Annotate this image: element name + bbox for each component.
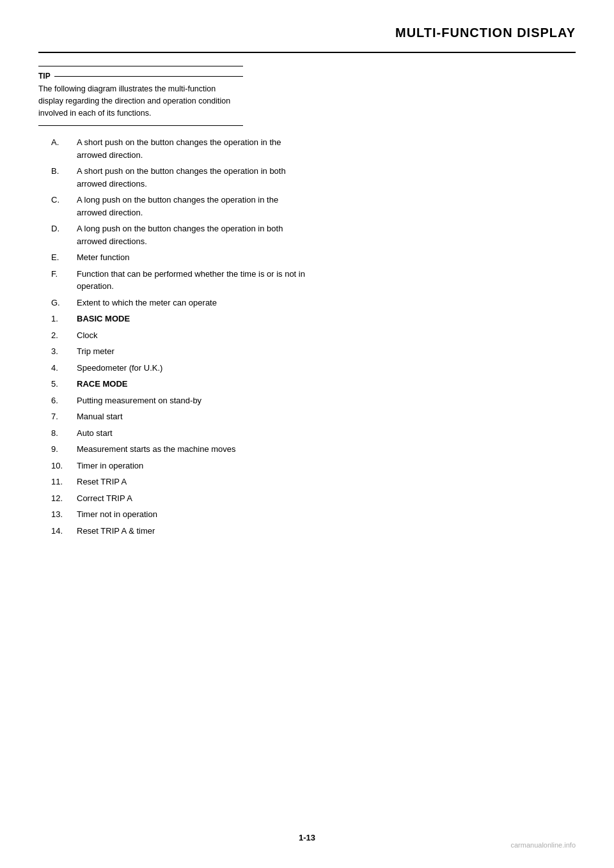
list-item: 11.Reset TRIP A xyxy=(51,476,307,488)
list-item-text: A long push on the button changes the op… xyxy=(77,222,307,247)
list-item-label: 1. xyxy=(51,313,77,325)
list-item-text: Auto start xyxy=(77,427,307,440)
tip-label: TIP xyxy=(38,72,243,81)
list-item-text: Function that can be performed whether t… xyxy=(77,268,307,293)
list-item: F.Function that can be performed whether… xyxy=(51,268,307,293)
list-item-text: Meter function xyxy=(77,251,307,264)
list-item-label: 14. xyxy=(51,525,77,538)
list-item-label: 9. xyxy=(51,443,77,456)
list-item-text: Reset TRIP A & timer xyxy=(77,525,307,538)
list-item-label: 2. xyxy=(51,329,77,342)
list-item-label: 13. xyxy=(51,508,77,521)
list-item-label: 7. xyxy=(51,410,77,423)
list-item: 8.Auto start xyxy=(51,427,307,440)
horizontal-rule xyxy=(38,52,576,53)
list-item-text: Speedometer (for U.K.) xyxy=(77,362,307,375)
list-item-text: Manual start xyxy=(77,410,307,423)
page-title: MULTI-FUNCTION DISPLAY xyxy=(38,26,576,44)
list-item-text: Timer in operation xyxy=(77,460,307,472)
list-item-text: Timer not in operation xyxy=(77,508,307,521)
list-item-label: A. xyxy=(51,136,77,161)
list-item: G.Extent to which the meter can operate xyxy=(51,297,307,309)
list-item-label: 5. xyxy=(51,378,77,391)
list-item-label: G. xyxy=(51,297,77,309)
list-item-label: C. xyxy=(51,194,77,219)
list-item-label: 10. xyxy=(51,460,77,472)
list-item-text: Measurement starts as the machine moves xyxy=(77,443,307,456)
content-area: A.A short push on the button changes the… xyxy=(38,136,307,537)
list-item: C.A long push on the button changes the … xyxy=(51,194,307,219)
list-item-text: Correct TRIP A xyxy=(77,492,307,505)
list-item-text: Extent to which the meter can operate xyxy=(77,297,307,309)
list-item-label: 12. xyxy=(51,492,77,505)
list-item: 14.Reset TRIP A & timer xyxy=(51,525,307,538)
list-item: D.A long push on the button changes the … xyxy=(51,222,307,247)
list-item-label: 8. xyxy=(51,427,77,440)
list-item: 3.Trip meter xyxy=(51,345,307,358)
list-item-label: 11. xyxy=(51,476,77,488)
list-item: 1.BASIC MODE xyxy=(51,313,307,325)
list-item-label: 3. xyxy=(51,345,77,358)
list-item-text: Clock xyxy=(77,329,307,342)
list-item-label: 4. xyxy=(51,362,77,375)
list-item-text: A short push on the button changes the o… xyxy=(77,165,307,190)
list-item: A.A short push on the button changes the… xyxy=(51,136,307,161)
list-item: 6.Putting measurement on stand-by xyxy=(51,394,307,407)
tip-box: TIP The following diagram illustrates th… xyxy=(38,66,243,126)
page-number: 1-13 xyxy=(299,833,315,842)
tip-text: The following diagram illustrates the mu… xyxy=(38,83,237,119)
list-item-label: B. xyxy=(51,165,77,190)
list-item: 7.Manual start xyxy=(51,410,307,423)
page-container: MULTI-FUNCTION DISPLAY TIP The following… xyxy=(0,0,614,868)
list-item-text: RACE MODE xyxy=(77,378,307,391)
list-item-label: E. xyxy=(51,251,77,264)
list-item-text: Putting measurement on stand-by xyxy=(77,394,307,407)
list-item-label: F. xyxy=(51,268,77,293)
list-item: 2.Clock xyxy=(51,329,307,342)
list-item: 12.Correct TRIP A xyxy=(51,492,307,505)
list-item: 13.Timer not in operation xyxy=(51,508,307,521)
list-item: E.Meter function xyxy=(51,251,307,264)
list-item-text: A short push on the button changes the o… xyxy=(77,136,307,161)
list-item: 9.Measurement starts as the machine move… xyxy=(51,443,307,456)
list-item-label: 6. xyxy=(51,394,77,407)
list-item-text: BASIC MODE xyxy=(77,313,307,325)
list-item-text: Reset TRIP A xyxy=(77,476,307,488)
list-item-label: D. xyxy=(51,222,77,247)
list-item: 5.RACE MODE xyxy=(51,378,307,391)
list-item: 10.Timer in operation xyxy=(51,460,307,472)
list-item: 4.Speedometer (for U.K.) xyxy=(51,362,307,375)
list-item: B.A short push on the button changes the… xyxy=(51,165,307,190)
list-item-text: Trip meter xyxy=(77,345,307,358)
watermark: carmanualonline.info xyxy=(510,841,576,849)
list-item-text: A long push on the button changes the op… xyxy=(77,194,307,219)
